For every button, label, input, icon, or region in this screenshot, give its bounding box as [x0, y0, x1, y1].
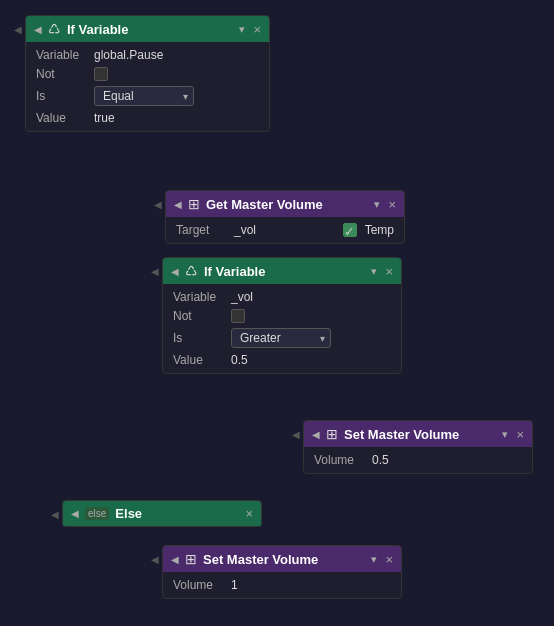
value-label-1: Value: [36, 111, 86, 125]
dropdown-arrow-icon-1: ▾: [183, 91, 188, 102]
set-master-title-1: Set Master Volume: [344, 427, 492, 442]
if-variable-icon-2: ♺: [185, 263, 198, 279]
if-variable-header-1: ◀ ♺ If Variable ▾ ×: [26, 16, 269, 42]
volume-row-1: Volume 0.5: [314, 453, 522, 467]
node-menu-get-master[interactable]: ▾: [374, 198, 380, 211]
volume-label-1: Volume: [314, 453, 364, 467]
set-master-volume-node-2: ◀ ⊞ Set Master Volume ▾ × Volume 1: [162, 545, 402, 599]
collapse-arrow-set-master-1[interactable]: ◀: [312, 429, 320, 440]
collapse-arrow-set-master-2[interactable]: ◀: [171, 554, 179, 565]
is-dropdown-value-2: Greater: [240, 331, 281, 345]
get-master-icon: ⊞: [188, 196, 200, 212]
collapse-arrow-else[interactable]: ◀: [71, 508, 79, 519]
variable-label-2: Variable: [173, 290, 223, 304]
is-dropdown-value-1: Equal: [103, 89, 134, 103]
is-row-2: Is Greater ▾: [173, 328, 391, 348]
temp-checkbox[interactable]: ✓: [343, 223, 357, 237]
not-label-1: Not: [36, 67, 86, 81]
variable-value-2: _vol: [231, 290, 253, 304]
target-label: Target: [176, 223, 226, 237]
node-close-set-master-2[interactable]: ×: [385, 552, 393, 567]
get-master-volume-node: ◀ ⊞ Get Master Volume ▾ × Target _vol ✓ …: [165, 190, 405, 244]
else-title: Else: [115, 506, 239, 521]
node-close-1[interactable]: ×: [253, 22, 261, 37]
variable-row-2: Variable _vol: [173, 290, 391, 304]
set-master-title-2: Set Master Volume: [203, 552, 361, 567]
dropdown-arrow-icon-2: ▾: [320, 333, 325, 344]
is-dropdown-2[interactable]: Greater ▾: [231, 328, 331, 348]
else-header: ◀ else Else ×: [63, 501, 261, 526]
not-checkbox-1[interactable]: [94, 67, 108, 81]
volume-label-2: Volume: [173, 578, 223, 592]
collapse-arrow-get-master[interactable]: ◀: [174, 199, 182, 210]
if-variable-node-1: ◀ ♺ If Variable ▾ × Variable global.Paus…: [25, 15, 270, 132]
get-master-title: Get Master Volume: [206, 197, 364, 212]
node-menu-2[interactable]: ▾: [371, 265, 377, 278]
value-row-2: Value 0.5: [173, 353, 391, 367]
not-label-2: Not: [173, 309, 223, 323]
value-value-2: 0.5: [231, 353, 248, 367]
else-icon: else: [85, 507, 109, 520]
set-master-volume-header-1: ◀ ⊞ Set Master Volume ▾ ×: [304, 421, 532, 447]
value-value-1: true: [94, 111, 115, 125]
collapse-arrow-1[interactable]: ◀: [34, 24, 42, 35]
if-variable-title-1: If Variable: [67, 22, 229, 37]
not-checkbox-2[interactable]: [231, 309, 245, 323]
else-node: ◀ else Else ×: [62, 500, 262, 527]
node-close-get-master[interactable]: ×: [388, 197, 396, 212]
variable-row-1: Variable global.Pause: [36, 48, 259, 62]
volume-row-2: Volume 1: [173, 578, 391, 592]
temp-label: Temp: [365, 223, 394, 237]
volume-value-2: 1: [231, 578, 238, 592]
set-master-volume-header-2: ◀ ⊞ Set Master Volume ▾ ×: [163, 546, 401, 572]
node-menu-set-master-1[interactable]: ▾: [502, 428, 508, 441]
target-row: Target _vol ✓ Temp: [176, 223, 394, 237]
is-row-1: Is Equal ▾: [36, 86, 259, 106]
set-master-icon-2: ⊞: [185, 551, 197, 567]
set-master-volume-node-1: ◀ ⊞ Set Master Volume ▾ × Volume 0.5: [303, 420, 533, 474]
node-close-2[interactable]: ×: [385, 264, 393, 279]
if-variable-body-2: Variable _vol Not Is Greater ▾ Value 0.5: [163, 284, 401, 373]
is-dropdown-1[interactable]: Equal ▾: [94, 86, 194, 106]
if-variable-icon-1: ♺: [48, 21, 61, 37]
node-menu-1[interactable]: ▾: [239, 23, 245, 36]
if-variable-title-2: If Variable: [204, 264, 361, 279]
if-variable-body-1: Variable global.Pause Not Is Equal ▾ Val…: [26, 42, 269, 131]
value-row-1: Value true: [36, 111, 259, 125]
set-master-icon-1: ⊞: [326, 426, 338, 442]
set-master-body-2: Volume 1: [163, 572, 401, 598]
node-close-else[interactable]: ×: [245, 506, 253, 521]
target-value: _vol: [234, 223, 256, 237]
node-menu-set-master-2[interactable]: ▾: [371, 553, 377, 566]
variable-label-1: Variable: [36, 48, 86, 62]
collapse-arrow-2[interactable]: ◀: [171, 266, 179, 277]
set-master-body-1: Volume 0.5: [304, 447, 532, 473]
volume-value-1: 0.5: [372, 453, 389, 467]
variable-value-1: global.Pause: [94, 48, 163, 62]
get-master-volume-header: ◀ ⊞ Get Master Volume ▾ ×: [166, 191, 404, 217]
value-label-2: Value: [173, 353, 223, 367]
if-variable-header-2: ◀ ♺ If Variable ▾ ×: [163, 258, 401, 284]
is-label-1: Is: [36, 89, 86, 103]
node-close-set-master-1[interactable]: ×: [516, 427, 524, 442]
get-master-body: Target _vol ✓ Temp: [166, 217, 404, 243]
not-row-2: Not: [173, 309, 391, 323]
is-label-2: Is: [173, 331, 223, 345]
not-row-1: Not: [36, 67, 259, 81]
if-variable-node-2: ◀ ♺ If Variable ▾ × Variable _vol Not Is…: [162, 257, 402, 374]
